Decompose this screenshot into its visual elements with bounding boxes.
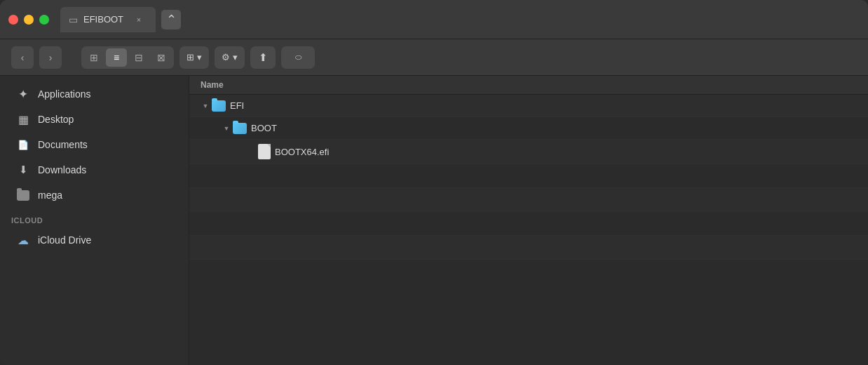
downloads-icon: ⬇ xyxy=(15,162,31,178)
toolbar: ‹ › ⊞ ≡ ⊟ ⊠ ⊞ ▾ ⚙ ▾ xyxy=(0,39,868,76)
documents-icon: 📄 xyxy=(15,137,31,152)
grid-icon: ⊞ xyxy=(90,52,98,63)
sidebar-item-mega[interactable]: mega xyxy=(4,182,184,208)
sidebar-item-applications[interactable]: ✦ Applications xyxy=(4,81,184,107)
disclosure-triangle[interactable]: ▼ xyxy=(222,124,231,133)
traffic-lights xyxy=(8,15,49,25)
new-tab-button[interactable]: ⌃ xyxy=(161,10,181,29)
main-content: ✦ Applications ▦ Desktop 📄 Documents ⬇ D… xyxy=(0,76,868,365)
back-icon: ‹ xyxy=(21,52,25,63)
disclosure-triangle[interactable]: ▼ xyxy=(201,101,210,111)
tab-efiboot[interactable]: ▭ EFIBOOT × xyxy=(60,7,156,32)
sidebar-item-label: Desktop xyxy=(38,114,74,125)
icloud-drive-icon: ☁ xyxy=(15,232,31,248)
folder-icon xyxy=(233,123,247,134)
sidebar-item-label: Applications xyxy=(38,88,91,100)
table-row[interactable]: ▼ EFI xyxy=(189,95,868,117)
share-icon: ⬆ xyxy=(259,51,268,64)
applications-icon: ✦ xyxy=(15,86,31,102)
column-name-label: Name xyxy=(201,80,224,90)
empty-row xyxy=(189,164,868,188)
group-icon: ⊞ xyxy=(187,52,194,62)
list-icon: ≡ xyxy=(114,52,119,63)
sidebar-item-icloud-drive[interactable]: ☁ iCloud Drive xyxy=(4,227,184,253)
new-tab-icon: ⌃ xyxy=(166,12,177,27)
file-name: BOOT xyxy=(251,123,277,133)
close-button[interactable] xyxy=(8,15,18,25)
sidebar-item-label: mega xyxy=(38,190,62,201)
column-icon: ⊟ xyxy=(135,52,143,63)
tab-drive-icon: ▭ xyxy=(69,14,78,25)
desktop-icon: ▦ xyxy=(15,112,31,127)
tab-area: ▭ EFIBOOT × ⌃ xyxy=(60,7,860,32)
mega-folder-icon xyxy=(15,187,31,203)
share-button[interactable]: ⬆ xyxy=(250,46,276,69)
forward-icon: › xyxy=(49,52,53,63)
cover-icon: ⊠ xyxy=(157,52,165,63)
group-by-button[interactable]: ⊞ ▾ xyxy=(179,46,209,69)
sidebar-item-downloads[interactable]: ⬇ Downloads xyxy=(4,157,184,182)
sidebar-item-desktop[interactable]: ▦ Desktop xyxy=(4,107,184,132)
sidebar-item-label: iCloud Drive xyxy=(38,234,91,246)
row-indent-2: BOOTX64.efi xyxy=(201,144,329,159)
file-list: Name ▼ EFI ▼ BOOT xyxy=(189,76,868,365)
tag-button[interactable]: ⬭ xyxy=(281,46,315,69)
sidebar: ✦ Applications ▦ Desktop 📄 Documents ⬇ D… xyxy=(0,76,189,365)
tab-label: EFIBOOT xyxy=(83,14,123,25)
icloud-section-label: iCloud xyxy=(0,208,189,227)
view-grid-button[interactable]: ⊞ xyxy=(83,48,104,67)
file-name: EFI xyxy=(230,100,244,111)
disclosure-triangle-empty xyxy=(247,147,257,157)
sidebar-item-documents[interactable]: 📄 Documents xyxy=(4,132,184,157)
finder-window: ▭ EFIBOOT × ⌃ ‹ › ⊞ ≡ ⊟ xyxy=(0,0,868,365)
gear-chevron-icon: ▾ xyxy=(233,52,238,62)
sidebar-item-label: Downloads xyxy=(38,164,86,175)
minimize-button[interactable] xyxy=(24,15,34,25)
file-icon xyxy=(258,144,271,159)
maximize-button[interactable] xyxy=(39,15,49,25)
gear-icon: ⚙ xyxy=(222,52,230,62)
view-cover-button[interactable]: ⊠ xyxy=(151,48,172,67)
titlebar: ▭ EFIBOOT × ⌃ xyxy=(0,0,868,39)
action-gear-button[interactable]: ⚙ ▾ xyxy=(215,46,245,69)
view-button-group: ⊞ ≡ ⊟ ⊠ xyxy=(81,46,174,69)
back-button[interactable]: ‹ xyxy=(11,46,34,69)
group-chevron-icon: ▾ xyxy=(197,52,202,62)
sidebar-item-label: Documents xyxy=(38,139,88,150)
empty-row xyxy=(189,236,868,260)
view-column-button[interactable]: ⊟ xyxy=(128,48,149,67)
empty-row xyxy=(189,212,868,236)
tag-icon: ⬭ xyxy=(295,53,301,62)
folder-icon xyxy=(212,100,226,112)
view-list-button[interactable]: ≡ xyxy=(106,48,127,67)
file-name: BOOTX64.efi xyxy=(275,147,329,157)
forward-button[interactable]: › xyxy=(39,46,62,69)
table-row[interactable]: ▼ BOOT xyxy=(189,117,868,140)
tab-close-button[interactable]: × xyxy=(133,14,144,25)
table-row[interactable]: BOOTX64.efi xyxy=(189,140,868,164)
empty-row xyxy=(189,188,868,212)
row-indent-1: ▼ BOOT xyxy=(201,123,277,134)
row-indent-0: ▼ EFI xyxy=(201,100,244,112)
filelist-header: Name xyxy=(189,76,868,95)
